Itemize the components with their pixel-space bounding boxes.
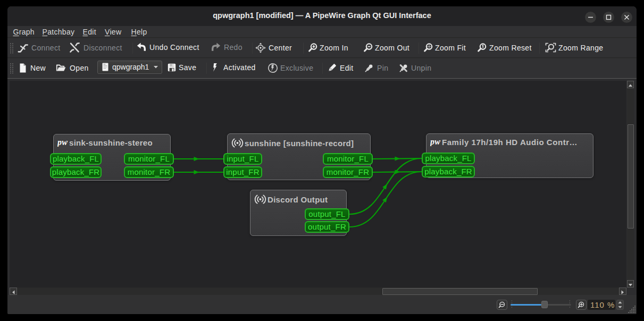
svg-text:pw: pw: [57, 139, 68, 147]
svg-text:pw: pw: [430, 138, 440, 146]
